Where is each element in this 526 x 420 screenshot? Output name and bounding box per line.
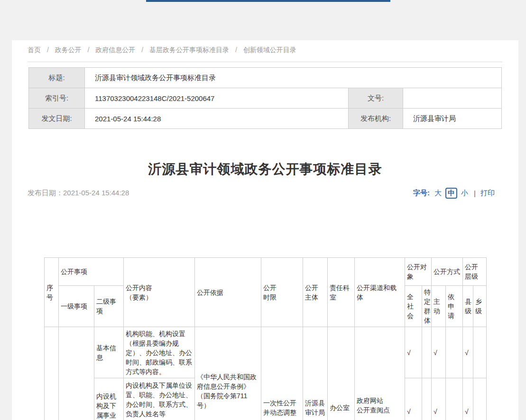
header-county: 县级 bbox=[463, 286, 473, 327]
breadcrumb-separator: / bbox=[235, 46, 237, 54]
header-proactive: 主动 bbox=[432, 286, 446, 327]
check-specific-group-row1 bbox=[422, 327, 432, 378]
cell-time-limit: 一次性公开并动态调整 bbox=[261, 327, 303, 420]
breadcrumb-divider bbox=[28, 62, 502, 62]
breadcrumb-item-standard-catalog[interactable]: 基层政务公开事项标准目录 bbox=[149, 46, 229, 54]
doc-number-label: 文号: bbox=[349, 88, 403, 109]
catalog-body-row-1: 基本信息 机构职能、机构设置（根据县委编办规定）、办公地址、办公时间、邮政编码、… bbox=[45, 327, 487, 378]
catalog-table-wrap: 序号 公开事项 公开内容（要素） 公开依据 公开时限 公开主体 责任科室 公开渠… bbox=[44, 257, 487, 420]
cell-department: 办公室 bbox=[328, 327, 355, 420]
check-proactive-row1: √ bbox=[432, 327, 446, 378]
check-all-society-row1: √ bbox=[405, 327, 422, 378]
header-audience: 公开对象 bbox=[405, 258, 432, 286]
check-on-request-row2 bbox=[446, 378, 463, 420]
content-card: 首页 / 政务公开 / 政府信息公开 / 基层政务公开事项标准目录 / 创新领域… bbox=[12, 40, 518, 420]
check-county-row2: √ bbox=[463, 378, 473, 420]
catalog-header-row-1: 序号 公开事项 公开内容（要素） 公开依据 公开时限 公开主体 责任科室 公开渠… bbox=[45, 258, 487, 286]
header-subject: 公开主体 bbox=[303, 258, 328, 327]
agency-value: 沂源县审计局 bbox=[403, 109, 502, 129]
header-department: 责任科室 bbox=[328, 258, 355, 327]
header-subject-text: 公开主体 bbox=[305, 283, 319, 302]
cell-channel: 政府网站 公开查阅点 bbox=[355, 327, 405, 420]
header-accent-bar bbox=[146, 0, 390, 2]
cell-seq bbox=[45, 327, 59, 420]
header-seq: 序号 bbox=[45, 258, 59, 327]
header-level-text: 公开层级 bbox=[465, 262, 479, 281]
page-title: 沂源县审计领域政务公开事项标准目录 bbox=[12, 160, 518, 178]
cell-content-row2: 内设机构及下属单位设置、职能、办公地址、办公时间、联系方式、负责人姓名等 bbox=[124, 378, 195, 420]
header-content-text: 公开内容（要素） bbox=[126, 283, 155, 302]
header-items: 公开事项 bbox=[59, 258, 124, 286]
publish-date-label: 发布日期： bbox=[28, 189, 63, 197]
header-level: 公开层级 bbox=[463, 258, 487, 286]
check-county-row1: √ bbox=[463, 327, 473, 378]
header-content: 公开内容（要素） bbox=[124, 258, 195, 327]
header-seq-text: 序号 bbox=[46, 284, 53, 301]
font-size-control: 字号: 大 中 小 | 打印 bbox=[413, 188, 495, 199]
header-all-society-text: 全社会 bbox=[407, 293, 414, 320]
breadcrumb: 首页 / 政务公开 / 政府信息公开 / 基层政务公开事项标准目录 / 创新领域… bbox=[28, 46, 296, 55]
index-number-value: 11370323004223148C/2021-5200647 bbox=[85, 88, 349, 109]
header-basis: 公开依据 bbox=[195, 258, 261, 327]
font-size-small-button[interactable]: 小 bbox=[461, 189, 468, 198]
index-number-label: 索引号: bbox=[29, 88, 85, 109]
meta-row-index: 索引号: 11370323004223148C/2021-5200647 文号: bbox=[29, 88, 502, 109]
issue-date-label: 发文日期: bbox=[29, 109, 85, 129]
header-time-limit-text: 公开时限 bbox=[263, 283, 277, 302]
header-all-society: 全社会 bbox=[405, 286, 422, 327]
cell-subject: 沂源县审计局 bbox=[303, 327, 328, 420]
cell-basis: 《中华人民共和国政府信息公开条例》（国务院令第711号） bbox=[195, 327, 261, 420]
title-label: 标题: bbox=[29, 68, 85, 88]
header-audience-text: 公开对象 bbox=[407, 263, 427, 280]
breadcrumb-item-gov-info[interactable]: 政府信息公开 bbox=[95, 46, 135, 54]
header-specific-group: 特定群体 bbox=[422, 286, 432, 327]
header-level2: 二级事项 bbox=[94, 286, 124, 327]
header-specific-group-text: 特定群体 bbox=[424, 288, 431, 324]
document-meta-table: 标题: 沂源县审计领域政务公开事项标准目录 索引号: 1137032300422… bbox=[28, 67, 502, 129]
font-size-large-button[interactable]: 大 bbox=[434, 189, 442, 198]
header-township: 乡级 bbox=[473, 286, 487, 327]
doc-number-value bbox=[403, 88, 502, 109]
channel-line-2: 公开查阅点 bbox=[357, 405, 403, 415]
catalog-table: 序号 公开事项 公开内容（要素） 公开依据 公开时限 公开主体 责任科室 公开渠… bbox=[44, 257, 487, 420]
check-township-row1 bbox=[473, 327, 487, 378]
check-all-society-row2: √ bbox=[405, 378, 422, 420]
breadcrumb-item-home[interactable]: 首页 bbox=[28, 46, 41, 54]
check-specific-group-row2 bbox=[422, 378, 432, 420]
header-on-request-text: 依申请 bbox=[448, 293, 454, 320]
breadcrumb-separator: / bbox=[88, 46, 90, 54]
cell-level2-row1: 基本信息 bbox=[94, 327, 124, 378]
publish-date: 发布日期：2021-05-24 15:44:28 bbox=[28, 189, 129, 198]
cell-level1 bbox=[59, 327, 94, 420]
header-township-text: 乡级 bbox=[475, 298, 482, 315]
meta-row-date: 发文日期: 2021-05-24 15:44:28 发布机构: 沂源县审计局 bbox=[29, 109, 502, 129]
check-proactive-row2: √ bbox=[432, 378, 446, 420]
check-township-row2 bbox=[473, 378, 487, 420]
article-meta-row: 发布日期：2021-05-24 15:44:28 字号: 大 中 小 | 打印 bbox=[28, 188, 495, 199]
header-method-text: 公开方式 bbox=[434, 268, 460, 275]
issue-date-value: 2021-05-24 15:44:28 bbox=[85, 109, 349, 129]
cell-level2-row2: 内设机构及下属事业 bbox=[94, 378, 124, 420]
breadcrumb-separator: / bbox=[141, 46, 143, 54]
title-value: 沂源县审计领域政务公开事项标准目录 bbox=[85, 68, 502, 88]
publish-date-value: 2021-05-24 15:44:28 bbox=[63, 189, 129, 197]
breadcrumb-item-zhengwugongkai[interactable]: 政务公开 bbox=[55, 46, 82, 54]
font-size-medium-button[interactable]: 中 bbox=[445, 188, 457, 199]
print-button[interactable]: 打印 bbox=[480, 189, 495, 198]
header-department-text: 责任科室 bbox=[330, 284, 350, 301]
header-county-text: 县级 bbox=[465, 298, 471, 315]
header-proactive-text: 主动 bbox=[434, 298, 440, 315]
check-on-request-row1 bbox=[446, 327, 463, 378]
cell-content-row1: 机构职能、机构设置（根据县委编办规定）、办公地址、办公时间、邮政编码、联系方式等… bbox=[124, 327, 195, 378]
header-channel-text: 公开渠道和载体 bbox=[357, 284, 397, 301]
header-channel: 公开渠道和载体 bbox=[355, 258, 405, 327]
header-time-limit: 公开时限 bbox=[261, 258, 303, 327]
agency-label: 发布机构: bbox=[349, 109, 403, 129]
font-size-label: 字号: bbox=[413, 189, 430, 198]
header-level1-text: 一级事项 bbox=[61, 302, 87, 310]
header-on-request: 依申请 bbox=[446, 286, 463, 327]
breadcrumb-item-innovation-catalog[interactable]: 创新领域公开目录 bbox=[243, 46, 296, 54]
header-method: 公开方式 bbox=[432, 258, 463, 286]
meta-row-title: 标题: 沂源县审计领域政务公开事项标准目录 bbox=[29, 68, 502, 88]
header-basis-text: 公开依据 bbox=[197, 289, 223, 296]
